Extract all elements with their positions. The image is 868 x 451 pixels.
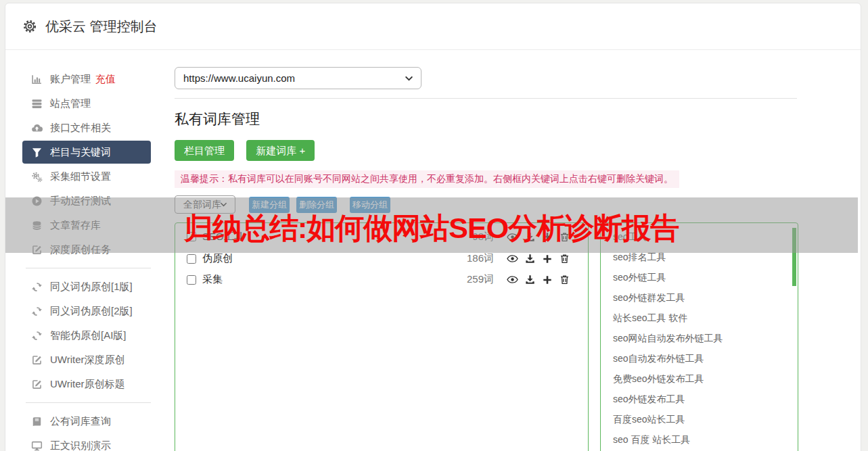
sidebar-item-label: 公有词库查询 [50,415,111,428]
sidebar-item-account[interactable]: 账户管理 充值 [22,68,151,91]
overlay-headline: 归纳总结:如何做网站SEO分析诊断报告 [184,214,679,243]
recharge-link[interactable]: 充值 [95,73,116,86]
sidebar-item-ai-rewrite[interactable]: 智能伪原创[AI版] [22,324,151,347]
keyword-item[interactable]: seo外链发布工具 [601,389,798,409]
keyword-item[interactable]: seo外链群发工具 [601,287,798,308]
download-icon[interactable] [524,253,536,264]
keyword-item[interactable]: 百度seo站长工具 [601,409,798,429]
keyword-item[interactable]: 免费seo外链发布工具 [601,369,798,389]
sidebar-item-sites[interactable]: 站点管理 [22,92,151,115]
refresh-icon [31,330,43,341]
column-manage-button[interactable]: 栏目管理 [175,140,234,161]
sidebar-item-uwriter-deep[interactable]: UWriter深度原创 [22,348,151,371]
book-icon [31,416,43,427]
word-count: 259词 [467,273,494,286]
monitor-icon [31,440,43,451]
sidebar-divider [26,268,151,268]
refresh-icon [31,281,43,293]
sidebar-item-label: UWriter深度原创 [50,354,125,366]
tip-message: 温馨提示：私有词库可以在同账号不同网站之间共享使用，不必重复添加。右侧框内关键词… [175,170,679,188]
site-list-icon [31,98,43,110]
keyword-item[interactable]: seo自动发布外链工具 [601,348,798,369]
add-icon[interactable] [542,254,553,264]
action-buttons: 栏目管理 新建词库 + [175,140,798,161]
funnel-icon [31,147,43,158]
sidebar-item-label: 采集细节设置 [50,170,111,183]
sidebar-divider [26,402,151,403]
thesaurus-name: 伪原创 [202,252,233,265]
edit-icon [31,379,43,390]
thesaurus-list-panel: SEO工具 98词 伪原创 186词 [175,222,589,451]
keyword-item[interactable]: seo 百度 站长工具 [601,429,798,450]
sidebar-item-synonym-v2[interactable]: 同义词伪原创[2版] [22,300,151,323]
row-checkbox[interactable] [187,275,196,285]
sidebar-item-label: UWriter原创标题 [50,378,125,391]
sidebar-item-label: 站点管理 [50,97,91,110]
sidebar-item-columns-keywords[interactable]: 栏目与关键词 [22,141,151,164]
refresh-icon [31,306,43,317]
divider [175,98,797,99]
site-url-value: https://www.ucaiyun.com [183,72,295,84]
app-window: 优采云 管理控制台 账户管理 充值 站点管理 接口文件相关 栏目与关键词 [0,0,868,451]
sidebar-item-public-thesaurus[interactable]: 公有词库查询 [22,410,151,433]
thesaurus-panels: SEO工具 98词 伪原创 186词 [175,222,798,451]
keyword-item[interactable]: seo外链工具 [601,267,798,287]
sidebar-item-uwriter-title[interactable]: UWriter原创标题 [22,373,151,396]
sidebar-item-interface-files[interactable]: 接口文件相关 [22,116,151,139]
app-header: 优采云 管理控制台 [5,3,861,50]
gears-icon [31,171,43,183]
edit-icon [31,354,43,366]
keyword-item[interactable]: 站长seo工具 软件 [601,308,798,328]
sidebar-item-label: 正文识别演示 [50,440,111,451]
thesaurus-row[interactable]: 采集 259词 [175,269,588,290]
page-title: 私有词库管理 [175,110,798,128]
sidebar-item-collect-settings[interactable]: 采集细节设置 [22,165,151,188]
keyword-panel: seo工具 seo排名工具 seo外链工具 seo外链群发工具 站长seo工具 … [600,222,798,451]
thesaurus-name: 采集 [202,273,223,286]
sidebar-item-label: 账户管理 [50,73,91,86]
site-url-select[interactable]: https://www.ucaiyun.com [175,67,421,89]
sidebar: 账户管理 充值 站点管理 接口文件相关 栏目与关键词 采集细节设置 手动运 [5,68,170,451]
view-icon[interactable] [507,253,518,264]
new-thesaurus-button[interactable]: 新建词库 + [246,140,315,161]
sidebar-item-label: 同义词伪原创[1版] [50,281,133,293]
sidebar-item-content-recognition[interactable]: 正文识别演示 [22,434,151,451]
keyword-item[interactable]: seo网站自动发布外链工具 [601,328,798,348]
sidebar-item-synonym-v1[interactable]: 同义词伪原创[1版] [22,275,151,298]
sidebar-item-label: 智能伪原创[AI版] [50,329,127,342]
trash-icon[interactable] [559,274,570,285]
gear-icon [23,20,37,33]
cloud-upload-icon [31,122,43,134]
word-count: 186词 [467,252,494,265]
row-checkbox[interactable] [187,254,196,264]
download-icon[interactable] [524,274,536,285]
sidebar-item-label: 接口文件相关 [50,122,111,135]
chart-bar-icon [31,74,43,85]
sidebar-item-label: 同义词伪原创[2版] [50,305,133,318]
trash-icon[interactable] [559,253,570,264]
app-title: 优采云 管理控制台 [45,18,158,36]
sidebar-item-label: 栏目与关键词 [50,146,111,159]
add-icon[interactable] [542,275,553,285]
chevron-down-icon [405,75,413,82]
view-icon[interactable] [507,274,518,285]
